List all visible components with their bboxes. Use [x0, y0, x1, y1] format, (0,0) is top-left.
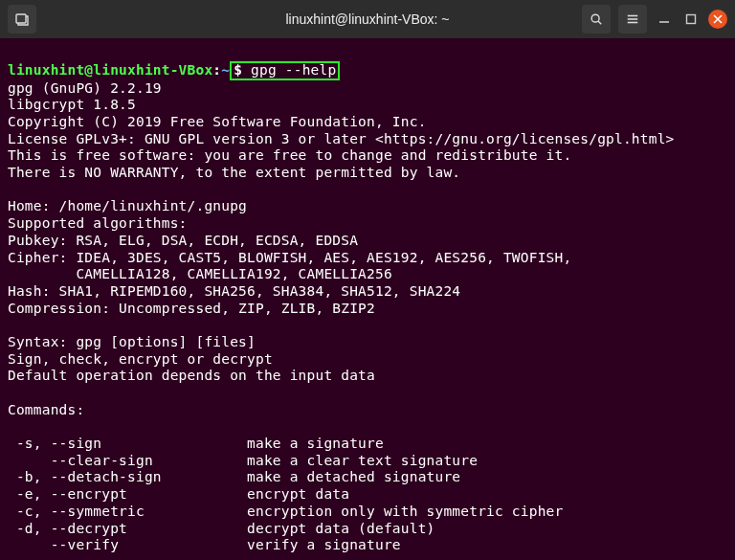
prompt-userhost: linuxhint@linuxhint-VBox: [8, 62, 212, 78]
svg-line-2: [598, 21, 601, 24]
output-line: --clear-sign make a clear text signature: [8, 453, 478, 468]
close-button[interactable]: [708, 10, 727, 29]
output-line: gpg (GnuPG) 2.2.19: [8, 80, 162, 96]
prompt-symbol: $: [234, 62, 251, 78]
svg-rect-7: [687, 15, 696, 24]
hamburger-menu-button[interactable]: [618, 5, 647, 34]
output-line: There is NO WARRANTY, to the extent perm…: [8, 165, 460, 180]
output-line: -b, --detach-sign make a detached signat…: [8, 469, 460, 484]
search-button[interactable]: [582, 5, 611, 34]
command-highlight: $ gpg --help: [230, 61, 340, 80]
titlebar: linuxhint@linuxhint-VBox: ~: [0, 0, 735, 38]
output-line: Commands:: [8, 402, 84, 417]
output-line: libgcrypt 1.8.5: [8, 97, 136, 112]
svg-rect-0: [16, 14, 26, 23]
output-line: -s, --sign make a signature: [8, 436, 384, 451]
output-line: Cipher: IDEA, 3DES, CAST5, BLOWFISH, AES…: [8, 250, 571, 265]
output-line: Hash: SHA1, RIPEMD160, SHA256, SHA384, S…: [8, 283, 460, 299]
prompt-path: ~: [221, 62, 230, 78]
output-line: Home: /home/linuxhint/.gnupg: [8, 198, 247, 213]
output-line: Compression: Uncompressed, ZIP, ZLIB, BZ…: [8, 301, 375, 316]
new-tab-button[interactable]: [8, 5, 36, 34]
output-line: -c, --symmetric encryption only with sym…: [8, 504, 563, 519]
output-line: --verify verify a signature: [8, 537, 401, 552]
output-line: License GPLv3+: GNU GPL version 3 or lat…: [8, 131, 675, 146]
command-text: gpg --help: [251, 62, 336, 78]
output-line: This is free software: you are free to c…: [8, 147, 571, 163]
output-line: -d, --decrypt decrypt data (default): [8, 521, 435, 536]
prompt-sep: :: [212, 62, 221, 78]
output-line: Pubkey: RSA, ELG, DSA, ECDH, ECDSA, EDDS…: [8, 233, 358, 248]
output-line: Syntax: gpg [options] [files]: [8, 334, 256, 349]
maximize-button[interactable]: [681, 10, 701, 29]
output-line: -e, --encrypt encrypt data: [8, 486, 349, 502]
titlebar-left: [8, 5, 36, 34]
output-line: Supported algorithms:: [8, 215, 188, 231]
output-line: Copyright (C) 2019 Free Software Foundat…: [8, 114, 427, 129]
output-line: Default operation depends on the input d…: [8, 368, 375, 383]
titlebar-right: [582, 5, 727, 34]
minimize-button[interactable]: [655, 10, 674, 29]
svg-point-1: [591, 14, 599, 22]
output-line: Sign, check, encrypt or decrypt: [8, 351, 273, 367]
terminal-content[interactable]: linuxhint@linuxhint-VBox:~$ gpg --help g…: [0, 38, 735, 560]
output-line: CAMELLIA128, CAMELLIA192, CAMELLIA256: [8, 266, 392, 281]
